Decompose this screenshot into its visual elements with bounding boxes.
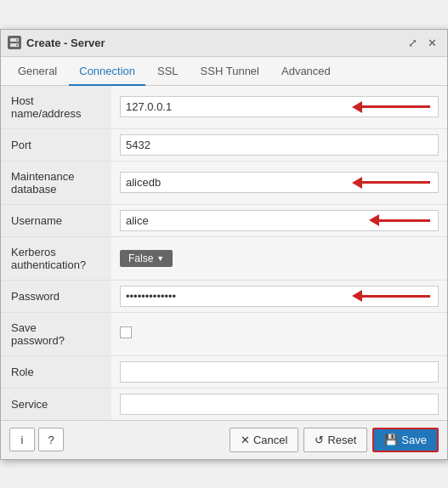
username-wrapper	[120, 210, 439, 231]
password-row: Password	[1, 280, 447, 312]
maintenance-db-label: Maintenancedatabase	[1, 161, 111, 204]
kerberos-dropdown[interactable]: False	[120, 250, 173, 267]
tab-connection[interactable]: Connection	[69, 58, 145, 86]
service-field-cell	[111, 388, 447, 420]
kerberos-label: Kerberosauthentication?	[1, 236, 111, 280]
cancel-x-icon: ✕	[241, 434, 250, 446]
tab-advanced[interactable]: Advanced	[271, 58, 341, 86]
role-input[interactable]	[120, 361, 439, 383]
save-password-row: Savepassword?	[1, 312, 447, 355]
password-field-cell	[111, 280, 447, 312]
tab-bar: General Connection SSL SSH Tunnel Advanc…	[1, 57, 447, 86]
role-label: Role	[1, 355, 111, 388]
dialog-window: Create - Server ⤢ ✕ General Connection S…	[0, 29, 448, 460]
kerberos-field-cell: False	[111, 236, 447, 280]
service-row: Service	[1, 388, 447, 420]
save-password-label: Savepassword?	[1, 312, 111, 355]
title-bar-buttons: ⤢ ✕	[405, 35, 440, 51]
reset-label: Reset	[327, 434, 356, 446]
password-wrapper	[120, 286, 439, 307]
dialog-title: Create - Server	[26, 37, 105, 49]
reset-icon: ↺	[315, 434, 324, 446]
form-table: Hostname/address Port	[1, 86, 447, 420]
maintenance-db-row: Maintenancedatabase	[1, 161, 447, 204]
role-row: Role	[1, 355, 447, 388]
save-disk-icon: 💾	[384, 434, 398, 446]
port-label: Port	[1, 128, 111, 161]
save-password-field-cell	[111, 312, 447, 355]
host-wrapper	[120, 96, 439, 117]
service-input[interactable]	[120, 394, 439, 415]
port-field-cell	[111, 128, 447, 161]
help-icon: ?	[48, 434, 54, 446]
host-input[interactable]	[120, 96, 439, 117]
info-icon: i	[21, 434, 24, 446]
host-row: Hostname/address	[1, 86, 447, 129]
cancel-label: Cancel	[253, 434, 287, 446]
password-input[interactable]	[120, 286, 439, 307]
title-bar-left: Create - Server	[8, 36, 105, 49]
maintenance-db-wrapper	[120, 172, 439, 193]
port-row: Port	[1, 128, 447, 161]
save-password-checkbox[interactable]	[120, 326, 132, 338]
tab-ssl[interactable]: SSL	[147, 58, 189, 86]
tab-ssh-tunnel[interactable]: SSH Tunnel	[190, 58, 269, 86]
host-label: Hostname/address	[1, 86, 111, 129]
svg-point-3	[16, 44, 18, 46]
footer-right: ✕ Cancel ↺ Reset 💾 Save	[230, 428, 439, 452]
username-field-cell	[111, 204, 447, 236]
expand-button[interactable]: ⤢	[405, 35, 421, 51]
footer-left: i ?	[9, 428, 64, 451]
help-button[interactable]: ?	[38, 428, 64, 451]
close-button[interactable]: ✕	[424, 35, 440, 51]
footer: i ? ✕ Cancel ↺ Reset 💾 Save	[1, 420, 447, 459]
tab-general[interactable]: General	[8, 58, 67, 86]
maintenance-db-field-cell	[111, 161, 447, 204]
server-icon	[8, 36, 21, 49]
password-label: Password	[1, 280, 111, 312]
form-content: Hostname/address Port	[1, 86, 447, 420]
port-input[interactable]	[120, 134, 439, 156]
cancel-button[interactable]: ✕ Cancel	[230, 428, 298, 452]
username-row: Username	[1, 204, 447, 236]
title-bar: Create - Server ⤢ ✕	[1, 30, 447, 57]
save-label: Save	[401, 434, 427, 446]
save-button[interactable]: 💾 Save	[372, 428, 439, 452]
svg-point-2	[16, 39, 18, 41]
service-label: Service	[1, 388, 111, 420]
reset-button[interactable]: ↺ Reset	[303, 428, 367, 452]
kerberos-row: Kerberosauthentication? False	[1, 236, 447, 280]
username-input[interactable]	[120, 210, 439, 231]
username-label: Username	[1, 204, 111, 236]
host-field-cell	[111, 86, 447, 129]
role-field-cell	[111, 355, 447, 388]
maintenance-db-input[interactable]	[120, 172, 439, 193]
info-button[interactable]: i	[9, 428, 35, 451]
